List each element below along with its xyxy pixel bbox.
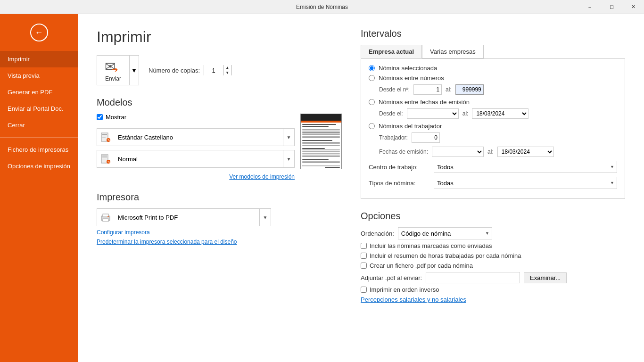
adjuntar-input[interactable]: [426, 272, 520, 283]
check-pdf-label[interactable]: Crear un fichero .pdf por cada nómina: [370, 262, 473, 269]
check-resumen-label[interactable]: Incluir el resumen de horas trabajadas p…: [370, 252, 521, 259]
radio-nominas-fechas-label[interactable]: Nóminas entre fechas de emisión: [379, 99, 470, 106]
copies-input[interactable]: [204, 65, 223, 75]
modelos-selects: Mostrar ✎ Estándar Castellano ▼: [97, 114, 295, 180]
svg-rect-15: [107, 216, 109, 217]
tipos-nomina-select[interactable]: Todas: [434, 177, 617, 189]
check-resumen-input[interactable]: [361, 253, 367, 259]
tab-empresa-actual[interactable]: Empresa actual: [361, 45, 422, 58]
check-pdf-input[interactable]: [361, 263, 367, 269]
svg-rect-8: [102, 157, 107, 158]
radio-nomina-seleccionada-input[interactable]: [369, 65, 375, 71]
impresora-section: Impresora Microsoft Print to PDF ▼ Confi…: [97, 192, 342, 245]
fechas-emision-label: Fechas de emisión:: [379, 148, 428, 155]
check-pdf-row: Crear un fichero .pdf por cada nómina: [361, 262, 625, 269]
opciones-section: Opciones Ordenación: Código de nómina In…: [361, 211, 625, 303]
ver-modelos-link[interactable]: Ver modelos de impresión: [97, 173, 295, 180]
sidebar-item-cerrar[interactable]: Cerrar: [0, 117, 78, 133]
minimize-button[interactable]: −: [579, 0, 601, 14]
al-fecha-select[interactable]: 18/03/2024: [472, 108, 528, 119]
window-title: Emisión de Nóminas: [296, 4, 348, 10]
svg-rect-1: [102, 134, 107, 135]
modelo2-select[interactable]: Normal: [114, 150, 283, 167]
opciones-title: Opciones: [361, 211, 625, 222]
radio-nomina-seleccionada-label[interactable]: Nómina seleccionada: [379, 65, 437, 72]
modelo2-dropdown-icon: ▼: [283, 150, 294, 167]
ordenacion-label: Ordenación:: [361, 230, 394, 237]
intervalos-section: Intervalos Empresa actual Varias empresa…: [361, 28, 625, 199]
desde-numero-label: Desde el nº:: [379, 86, 410, 93]
send-dropdown-arrow[interactable]: ▼: [129, 56, 139, 85]
sidebar-item-enviar-portal[interactable]: Enviar al Portal Doc.: [0, 100, 78, 117]
examinar-button[interactable]: Examinar...: [524, 272, 567, 283]
intervalos-body: Nómina seleccionada Nóminas entre número…: [361, 58, 625, 199]
restore-button[interactable]: ◻: [601, 0, 622, 14]
left-panel: Imprimir ✉➔ Enviar ▼ Número de copias:: [97, 28, 342, 348]
modelo1-select[interactable]: Estándar Castellano: [114, 129, 283, 146]
sidebar-nav: Imprimir Vista previa Generar en PDF Env…: [0, 51, 78, 174]
trabajador-label: Trabajador:: [379, 134, 408, 141]
sidebar-item-vista-previa[interactable]: Vista previa: [0, 67, 78, 84]
check-marcadas-input[interactable]: [361, 243, 367, 249]
trabajador-input[interactable]: [412, 132, 440, 143]
close-button[interactable]: ✕: [622, 0, 644, 14]
desde-numero-input[interactable]: [413, 84, 442, 95]
check-marcadas-label[interactable]: Incluir las nóminas marcadas como enviad…: [370, 242, 492, 249]
copies-section: Número de copias: ▲ ▼: [149, 65, 231, 75]
svg-text:✎: ✎: [107, 160, 110, 164]
sidebar-item-opciones-impresion[interactable]: Opciones de impresión: [0, 158, 78, 174]
percepciones-link[interactable]: Percepciones salariales y no salariales: [361, 296, 625, 303]
ordenacion-select[interactable]: Código de nómina: [398, 227, 492, 239]
chevron-down-icon: ▼: [131, 67, 137, 74]
modelo2-row: ✎ Normal ▼: [97, 150, 295, 168]
adjuntar-label: Adjuntar .pdf al enviar:: [361, 274, 422, 281]
printer-select[interactable]: Microsoft Print to PDF: [114, 209, 259, 226]
document-preview: [300, 114, 342, 169]
radio-nominas-trabajador-label[interactable]: Nóminas del trabajador: [379, 123, 442, 130]
copies-down-arrow[interactable]: ▼: [223, 70, 231, 75]
mostrar-row: Mostrar: [97, 114, 295, 121]
configurar-impresora-link[interactable]: Configurar impresora: [97, 229, 342, 236]
modelo1-dropdown-icon: ▼: [283, 129, 294, 146]
tab-varias-empresas[interactable]: Varias empresas: [422, 45, 484, 58]
radio-nominas-fechas-input[interactable]: [369, 99, 375, 105]
right-panel: Intervalos Empresa actual Varias empresa…: [361, 28, 625, 348]
centro-trabajo-row: Centro de trabajo: Todos: [369, 161, 617, 173]
modelo1-icon: ✎: [97, 129, 114, 146]
back-button[interactable]: ←: [0, 19, 78, 46]
svg-rect-9: [102, 159, 106, 159]
mostrar-checkbox[interactable]: [97, 114, 103, 120]
radio-nominas-numeros-input[interactable]: [369, 75, 375, 81]
main-layout: ← Imprimir Vista previa Generar en PDF E…: [0, 14, 644, 362]
al-fechas-emision-select[interactable]: 18/03/2024: [497, 147, 554, 157]
sidebar-item-generar-pdf[interactable]: Generar en PDF: [0, 84, 78, 100]
ordenacion-row: Ordenación: Código de nómina: [361, 227, 625, 239]
sidebar-divider: [0, 137, 78, 138]
radio-nominas-numeros-label[interactable]: Nóminas entre números: [379, 74, 444, 82]
check-resumen-row: Incluir el resumen de horas trabajadas p…: [361, 252, 625, 259]
sidebar-item-imprimir[interactable]: Imprimir: [0, 51, 78, 67]
desde-fecha-select[interactable]: [407, 108, 459, 119]
send-main-button[interactable]: ✉➔ Enviar: [97, 56, 129, 85]
fechas-emision-select[interactable]: [432, 147, 484, 157]
copies-up-arrow[interactable]: ▲: [223, 65, 231, 70]
radio-nominas-trabajador: Nóminas del trabajador: [369, 123, 617, 130]
al-fecha-label: al:: [462, 110, 469, 117]
numeros-range-row: Desde el nº: al:: [379, 84, 617, 95]
window-controls: − ◻ ✕: [579, 0, 644, 14]
sidebar: ← Imprimir Vista previa Generar en PDF E…: [0, 14, 78, 362]
al-numero-input[interactable]: [455, 84, 484, 95]
centro-trabajo-select-wrapper: Todos: [434, 161, 617, 173]
send-section: ✉➔ Enviar ▼ Número de copias: ▲ ▼: [97, 55, 342, 85]
intervalos-title: Intervalos: [361, 28, 625, 39]
modelo2-icon: ✎: [97, 150, 114, 167]
sidebar-item-fichero-impresoras[interactable]: Fichero de impresoras: [0, 141, 78, 158]
check-orden-inverso-label[interactable]: Imprimir en orden inverso: [370, 286, 439, 293]
send-button-container: ✉➔ Enviar ▼: [97, 55, 139, 85]
radio-nominas-trabajador-input[interactable]: [369, 123, 375, 129]
centro-trabajo-select[interactable]: Todos: [434, 161, 617, 173]
desde-fecha-label: Desde el:: [379, 110, 403, 117]
adjuntar-row: Adjuntar .pdf al enviar: Examinar...: [361, 272, 625, 283]
predeterminar-impresora-link[interactable]: Predeterminar la impresora seleccionada …: [97, 239, 342, 245]
check-orden-inverso-input[interactable]: [361, 287, 367, 293]
